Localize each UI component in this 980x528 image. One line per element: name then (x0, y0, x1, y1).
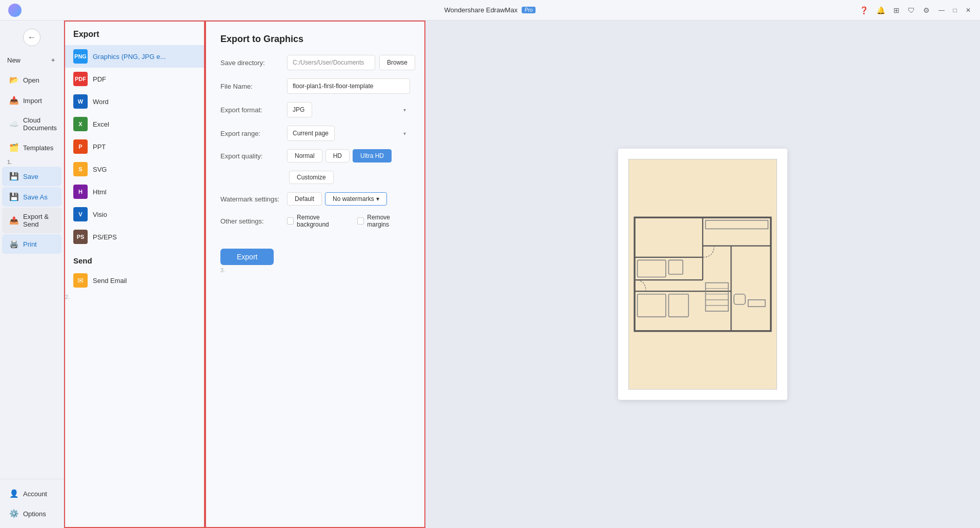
sidebar-item-save[interactable]: 💾 Save (2, 167, 62, 186)
back-button[interactable]: ← (23, 29, 40, 46)
settings-icon[interactable]: ⚙ (923, 6, 930, 14)
watermark-no-label: No watermarks (333, 195, 374, 202)
sidebar-item-options[interactable]: ⚙️ Options (2, 504, 62, 523)
close-button[interactable]: ✕ (965, 7, 972, 14)
sidebar-export-label: Export & Send (23, 213, 54, 228)
options-icon: ⚙️ (9, 509, 19, 518)
sidebar-item-print[interactable]: 🖨️ Print (2, 234, 62, 254)
format-item-excel[interactable]: X Excel (65, 113, 204, 135)
sidebar-item-new[interactable]: New ＋ (0, 50, 64, 70)
sidebar-item-save-as[interactable]: 💾 Save As (2, 187, 62, 207)
help-icon[interactable]: ❓ (860, 6, 868, 14)
format-item-svg[interactable]: S SVG (65, 158, 204, 180)
html-icon: H (73, 185, 88, 199)
format-item-pseps[interactable]: PS PS/EPS (65, 226, 204, 248)
watermark-no-button[interactable]: No watermarks ▾ (325, 192, 387, 206)
customize-row: Customize (220, 171, 410, 184)
quality-ultrahd-button[interactable]: Ultra HD (353, 149, 392, 163)
sidebar-item-import[interactable]: 📥 Import (2, 91, 62, 110)
send-email-label: Send Email (93, 277, 127, 285)
export-range-control: Current page All pages (287, 126, 410, 141)
sidebar-options-label: Options (23, 510, 46, 518)
format-item-html[interactable]: H Html (65, 180, 204, 203)
sidebar-item-templates[interactable]: 🗂️ Templates (2, 138, 62, 157)
save-directory-label: Save directory: (220, 59, 287, 67)
excel-label: Excel (93, 120, 109, 128)
notification-icon[interactable]: 🔔 (876, 6, 885, 14)
visio-icon: V (73, 207, 88, 221)
pdf-icon: PDF (73, 72, 88, 86)
remove-margins-checkbox-label[interactable]: Remove margins (357, 214, 410, 228)
format-item-word[interactable]: W Word (65, 90, 204, 113)
preview-area (425, 21, 980, 528)
customize-control: Customize (287, 171, 410, 184)
quality-hd-button[interactable]: HD (325, 149, 350, 163)
watermark-default-button[interactable]: Default (287, 192, 322, 206)
titlebar: Wondershare EdrawMax Pro ❓ 🔔 ⊞ 🛡 ⚙ — □ ✕ (0, 0, 980, 21)
format-item-pdf[interactable]: PDF PDF (65, 68, 204, 90)
sidebar-bottom: 👤 Account ⚙️ Options (0, 479, 64, 524)
remove-background-checkbox-label[interactable]: Remove background (287, 214, 349, 228)
pdf-label: PDF (93, 75, 106, 83)
sidebar-account-label: Account (23, 490, 47, 498)
other-settings-group: Remove background Remove margins (287, 214, 410, 228)
titlebar-left (8, 4, 22, 17)
export-range-select[interactable]: Current page All pages (287, 126, 335, 141)
export-settings-title: Export to Graphics (220, 34, 410, 45)
import-icon: 📥 (9, 96, 19, 105)
export-quality-row: Export quality: Normal HD Ultra HD (220, 149, 410, 163)
remove-background-checkbox[interactable] (287, 217, 294, 225)
left-sidebar: ← New ＋ 📂 Open 📥 Import ☁️ Cloud Documen… (0, 21, 64, 528)
export-format-label: Export format: (220, 106, 287, 114)
save-directory-input[interactable] (287, 55, 375, 70)
png-label: Graphics (PNG, JPG e... (93, 53, 166, 60)
sidebar-new-label: New (7, 56, 21, 64)
maximize-button[interactable]: □ (951, 7, 958, 14)
export-range-row: Export range: Current page All pages (220, 126, 410, 141)
format-item-png[interactable]: PNG Graphics (PNG, JPG e... (65, 45, 204, 68)
export-format-select[interactable]: JPG PNG (287, 102, 312, 117)
sidebar-cloud-label: Cloud Documents (23, 116, 57, 132)
export-button[interactable]: Export (220, 249, 274, 265)
export-quality-label: Export quality: (220, 152, 287, 160)
remove-margins-checkbox[interactable] (357, 217, 364, 225)
export-format-wrapper: JPG PNG (287, 102, 410, 117)
minimize-button[interactable]: — (938, 7, 945, 14)
sidebar-item-export[interactable]: 📤 Export & Send (2, 208, 62, 233)
sidebar-item-cloud[interactable]: ☁️ Cloud Documents (2, 111, 62, 137)
other-settings-control: Remove background Remove margins (287, 214, 410, 228)
format-item-ppt[interactable]: P PPT (65, 135, 204, 158)
browse-button[interactable]: Browse (379, 55, 415, 70)
export-range-wrapper: Current page All pages (287, 126, 410, 141)
quality-group: Normal HD Ultra HD (287, 149, 392, 163)
send-email-item[interactable]: ✉ Send Email (65, 269, 204, 292)
file-name-label: File Name: (220, 83, 287, 90)
watermark-control: Default No watermarks ▾ (287, 192, 410, 206)
print-icon: 🖨️ (9, 239, 19, 249)
titlebar-right: ❓ 🔔 ⊞ 🛡 ⚙ — □ ✕ (860, 6, 972, 14)
watermark-group: Default No watermarks ▾ (287, 192, 387, 206)
sidebar-item-open[interactable]: 📂 Open (2, 70, 62, 90)
grid-icon[interactable]: ⊞ (893, 6, 900, 14)
save-icon: 💾 (9, 172, 19, 181)
sidebar-item-account[interactable]: 👤 Account (2, 484, 62, 503)
watermark-label: Watermark settings: (220, 195, 287, 203)
file-name-input[interactable] (287, 78, 410, 94)
format-item-visio[interactable]: V Visio (65, 203, 204, 226)
account-icon: 👤 (9, 489, 19, 498)
export-panel: Export PNG Graphics (PNG, JPG e... PDF P… (64, 21, 205, 528)
visio-label: Visio (93, 211, 107, 218)
ppt-label: PPT (93, 143, 106, 151)
avatar[interactable] (8, 4, 22, 17)
main-layout: ← New ＋ 📂 Open 📥 Import ☁️ Cloud Documen… (0, 21, 980, 528)
export-range-label: Export range: (220, 130, 287, 137)
watermark-row: Watermark settings: Default No watermark… (220, 192, 410, 206)
export-format-row: Export format: JPG PNG (220, 102, 410, 117)
titlebar-center: Wondershare EdrawMax Pro (444, 6, 536, 14)
customize-button[interactable]: Customize (289, 171, 334, 184)
pseps-icon: PS (73, 230, 88, 244)
svg-icon: S (73, 162, 88, 176)
save-as-icon: 💾 (9, 192, 19, 201)
shield-icon[interactable]: 🛡 (908, 6, 915, 14)
quality-normal-button[interactable]: Normal (287, 149, 322, 163)
